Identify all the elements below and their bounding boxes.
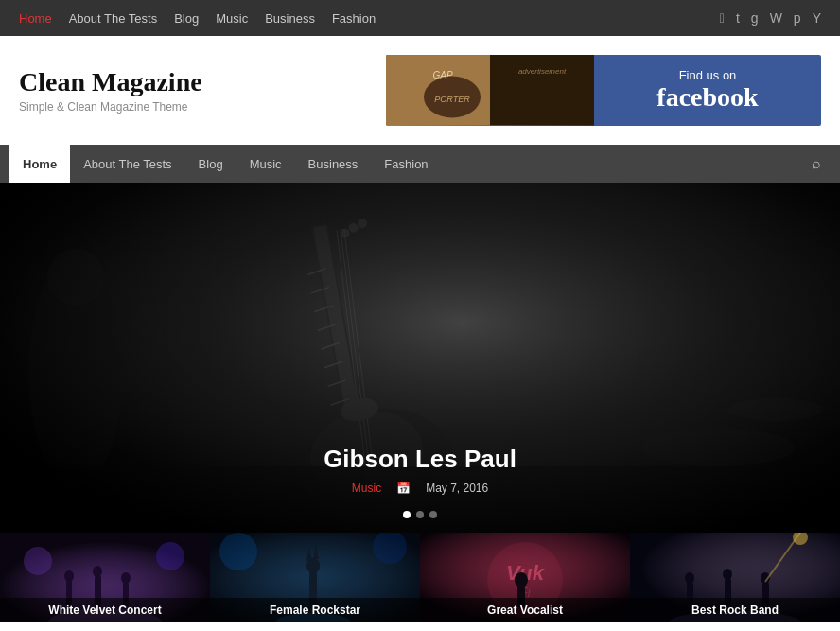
svg-point-41 — [93, 566, 102, 577]
svg-text:advertisement: advertisement — [518, 66, 567, 75]
svg-point-44 — [156, 542, 184, 570]
hero-meta: Music 📅 May 7, 2016 — [324, 482, 516, 495]
hero-slider: Gibson Les Paul Music 📅 May 7, 2016 — [0, 183, 840, 533]
sec-nav-links: Home About The Tests Blog Music Business… — [9, 145, 442, 183]
top-nav-fashion[interactable]: Fashion — [332, 11, 376, 26]
site-header: Clean Magazine Simple & Clean Magazine T… — [0, 36, 840, 145]
site-description: Simple & Clean Magazine Theme — [19, 100, 202, 114]
site-branding: Clean Magazine Simple & Clean Magazine T… — [19, 67, 202, 114]
svg-point-42 — [121, 572, 131, 584]
svg-point-43 — [24, 547, 52, 575]
top-bar: Home About The Tests Blog Music Business… — [0, 0, 840, 36]
hero-category: Music — [352, 482, 381, 495]
header-advertisement[interactable]: GAP PORTER advertisement Find us on face… — [386, 55, 821, 126]
sec-nav-business[interactable]: Business — [295, 145, 372, 183]
thumb-title-4: Best Rock Band — [630, 598, 840, 622]
svg-point-60 — [515, 572, 528, 587]
thumbnail-grid: White Velvet Concert — [0, 533, 840, 622]
top-nav-music[interactable]: Music — [216, 11, 248, 26]
thumb-item-3[interactable]: Vuk Fi Great Vocalist — [420, 533, 630, 622]
thumb-item-2[interactable]: Female Rockstar — [210, 533, 420, 622]
slide-dot-2[interactable] — [416, 511, 424, 518]
thumb-item-4[interactable]: Best Rock Band — [630, 533, 840, 622]
svg-point-52 — [219, 533, 257, 570]
pinterest-icon[interactable]: p — [794, 10, 801, 26]
svg-point-66 — [723, 569, 732, 580]
sec-nav-about[interactable]: About The Tests — [70, 145, 184, 183]
social-icons:  t g W p Y — [720, 10, 821, 26]
sec-nav-fashion[interactable]: Fashion — [371, 145, 441, 183]
site-title: Clean Magazine — [19, 67, 202, 97]
slide-dot-3[interactable] — [429, 511, 437, 518]
sec-nav-blog[interactable]: Blog — [185, 145, 236, 183]
ad-image-overlay: GAP PORTER advertisement — [386, 55, 594, 126]
thumb-title-3: Great Vocalist — [420, 598, 630, 622]
top-nav-about[interactable]: About The Tests — [69, 11, 157, 26]
top-nav-blog[interactable]: Blog — [174, 11, 199, 26]
find-us-text: Find us on — [679, 68, 737, 82]
hero-caption: Gibson Les Paul Music 📅 May 7, 2016 — [324, 445, 516, 495]
thumb-title-1: White Velvet Concert — [0, 598, 210, 622]
search-button[interactable]: ⌕ — [802, 155, 831, 172]
hero-date-icon: 📅 — [396, 482, 411, 495]
top-nav-home[interactable]: Home — [19, 11, 52, 26]
youtube-icon[interactable]: Y — [813, 10, 821, 26]
svg-text:PORTER: PORTER — [434, 94, 470, 103]
hero-pagination-dots — [403, 511, 437, 518]
google-icon[interactable]: g — [751, 10, 759, 26]
top-nav-business[interactable]: Business — [265, 11, 315, 26]
hero-title: Gibson Les Paul — [324, 445, 516, 474]
hero-date: May 7, 2016 — [426, 482, 488, 495]
facebook-icon[interactable]:  — [720, 10, 725, 26]
facebook-ad-banner[interactable]: Find us on facebook — [594, 55, 821, 126]
sec-nav-music[interactable]: Music — [236, 145, 295, 183]
svg-point-64 — [685, 572, 694, 584]
slide-dot-1[interactable] — [403, 511, 411, 518]
thumb-item-1[interactable]: White Velvet Concert — [0, 533, 210, 622]
top-navigation: Home About The Tests Blog Music Business… — [19, 11, 376, 26]
facebook-text: facebook — [656, 82, 758, 113]
thumb-title-2: Female Rockstar — [210, 598, 420, 622]
twitter-icon[interactable]: t — [736, 10, 740, 26]
wordpress-icon[interactable]: W — [770, 10, 782, 26]
secondary-navigation: Home About The Tests Blog Music Business… — [0, 145, 840, 183]
ad-image: GAP PORTER advertisement — [386, 55, 594, 126]
sec-nav-home[interactable]: Home — [9, 145, 70, 183]
svg-point-40 — [64, 570, 74, 582]
